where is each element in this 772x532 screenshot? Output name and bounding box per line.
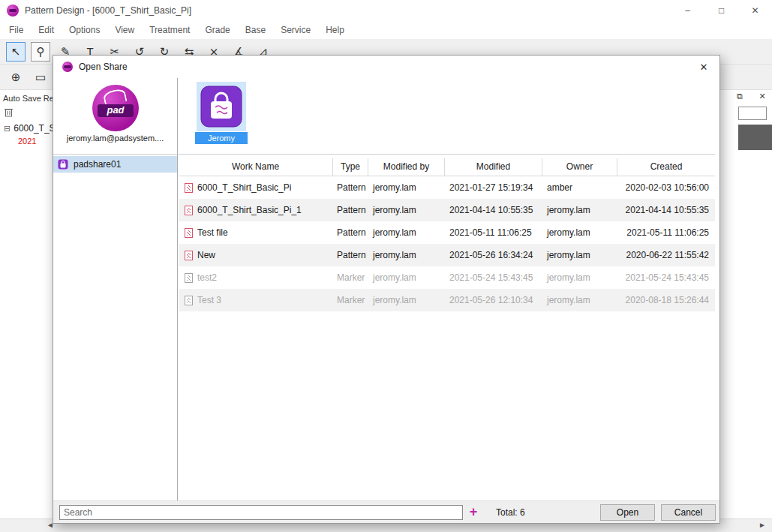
pattern-file-icon bbox=[185, 251, 193, 260]
table-row[interactable]: Test 3Markerjeromy.lam2021-05-26 12:10:3… bbox=[179, 289, 715, 311]
cell-modified: 2021-05-26 12:10:34 bbox=[445, 289, 542, 311]
cell-name: Test file bbox=[179, 221, 333, 244]
tree-root-label: 6000_T_S bbox=[14, 123, 55, 134]
mdi-restore-icon[interactable]: ⧉ bbox=[734, 92, 745, 101]
screen: Pattern Design - [6000_T_Shirt_Basic_Pi]… bbox=[0, 0, 772, 532]
pattern-file-icon bbox=[185, 183, 193, 193]
mdi-close-icon[interactable]: ✕ bbox=[757, 92, 767, 101]
cell-modified: 2021-05-24 15:43:45 bbox=[445, 266, 542, 289]
menu-edit[interactable]: Edit bbox=[31, 21, 62, 39]
total-count: Total: 6 bbox=[496, 507, 525, 518]
menu-view[interactable]: View bbox=[107, 21, 142, 39]
menu-help[interactable]: Help bbox=[318, 21, 352, 39]
share-bag-icon bbox=[200, 86, 242, 128]
cell-type: Pattern bbox=[333, 221, 368, 244]
table-row[interactable]: 6000_T_Shirt_Basic_PiPatternjeromy.lam20… bbox=[179, 176, 715, 199]
add-icon[interactable]: + bbox=[467, 503, 480, 520]
column-header-modified-by[interactable]: Modified by bbox=[368, 158, 445, 176]
cell-owner: jeromy.lam bbox=[542, 199, 617, 221]
scroll-right-icon[interactable]: ► bbox=[758, 521, 766, 529]
dialog-left-pane: pad jeromy.lam@padsystem.... padshare01 bbox=[53, 78, 178, 500]
cell-modified-by: jeromy.lam bbox=[368, 176, 445, 199]
window-titlebar: Pattern Design - [6000_T_Shirt_Basic_Pi]… bbox=[0, 0, 772, 21]
cell-name: New bbox=[179, 244, 333, 266]
cell-type: Pattern bbox=[333, 199, 368, 221]
account-email: jeromy.lam@padsystem.... bbox=[53, 134, 177, 143]
table-row[interactable]: test2Markerjeromy.lam2021-05-24 15:43:45… bbox=[179, 266, 715, 289]
cell-name: 6000_T_Shirt_Basic_Pi bbox=[179, 176, 333, 199]
menu-grade[interactable]: Grade bbox=[197, 21, 237, 39]
column-header-created[interactable]: Created bbox=[617, 158, 715, 176]
menu-file[interactable]: File bbox=[2, 21, 31, 39]
select-tool-glyph: ↖ bbox=[11, 45, 21, 59]
dialog-titlebar[interactable]: Open Share ✕ bbox=[53, 56, 719, 78]
cell-created: 2020-06-22 11:55:42 bbox=[617, 244, 715, 266]
open-button[interactable]: Open bbox=[600, 504, 655, 521]
rectangle-tool-glyph: ▭ bbox=[35, 71, 46, 84]
account-block: pad jeromy.lam@padsystem.... bbox=[53, 78, 177, 155]
table-row[interactable]: Test filePatternjeromy.lam2021-05-11 11:… bbox=[179, 221, 715, 244]
mdi-window-controls: – ⧉ ✕ bbox=[712, 92, 767, 101]
menu-service[interactable]: Service bbox=[273, 21, 318, 39]
dialog-right-pane: Jeromy Work NameTypeModified byModifiedO… bbox=[179, 78, 715, 500]
zoom-tool-icon[interactable]: ⚲ bbox=[31, 42, 50, 62]
column-header-owner[interactable]: Owner bbox=[542, 158, 617, 176]
work-name-text: New bbox=[197, 244, 215, 266]
cell-owner: jeromy.lam bbox=[542, 221, 617, 244]
circle-tool-icon[interactable]: ⊕ bbox=[6, 68, 26, 87]
folder-list: padshare01 bbox=[53, 155, 177, 500]
dialog-title: Open Share bbox=[79, 62, 128, 72]
marker-file-icon bbox=[185, 296, 193, 305]
search-input[interactable] bbox=[59, 505, 463, 520]
cell-type: Pattern bbox=[333, 176, 368, 199]
cell-name: test2 bbox=[179, 266, 333, 289]
tree-item-root[interactable]: ⊟6000_T_S bbox=[4, 123, 56, 134]
dialog-logo-icon bbox=[62, 62, 73, 72]
work-name-text: test2 bbox=[197, 266, 217, 289]
column-header-type[interactable]: Type bbox=[333, 158, 368, 176]
menu-bar: FileEditOptionsViewTreatmentGradeBaseSer… bbox=[0, 21, 772, 39]
share-folder-icon bbox=[58, 159, 68, 170]
cell-type: Pattern bbox=[333, 244, 368, 266]
cell-created: 2021-05-24 15:43:45 bbox=[617, 266, 715, 289]
tree-item-year[interactable]: 2021 bbox=[18, 137, 36, 146]
rectangle-tool-icon[interactable]: ▭ bbox=[31, 68, 50, 87]
menu-base[interactable]: Base bbox=[238, 21, 273, 39]
minimize-icon[interactable]: – bbox=[671, 0, 704, 21]
tree-collapse-icon[interactable]: ⊟ bbox=[4, 124, 11, 133]
share-users-panel: Jeromy bbox=[179, 78, 715, 155]
app-logo-icon bbox=[7, 5, 19, 17]
work-name-text: Test file bbox=[197, 221, 228, 244]
logo-figure-icon bbox=[102, 88, 127, 106]
close-icon[interactable]: ✕ bbox=[738, 0, 772, 21]
menu-options[interactable]: Options bbox=[62, 21, 107, 39]
column-header-work-name[interactable]: Work Name bbox=[179, 158, 333, 176]
window-title: Pattern Design - [6000_T_Shirt_Basic_Pi] bbox=[25, 5, 191, 16]
share-user-jeromy[interactable]: Jeromy bbox=[195, 82, 248, 144]
marker-file-icon bbox=[185, 273, 193, 283]
column-header-modified[interactable]: Modified bbox=[445, 158, 542, 176]
cell-modified-by: jeromy.lam bbox=[368, 244, 445, 266]
maximize-icon[interactable]: □ bbox=[704, 0, 738, 21]
cell-name: Test 3 bbox=[179, 289, 333, 311]
menu-treatment[interactable]: Treatment bbox=[142, 21, 197, 39]
table-header: Work NameTypeModified byModifiedOwnerCre… bbox=[179, 158, 715, 176]
table-row[interactable]: NewPatternjeromy.lam2021-05-26 16:34:24j… bbox=[179, 244, 715, 266]
share-user-selection bbox=[197, 82, 246, 131]
side-input-box[interactable] bbox=[738, 107, 767, 120]
cell-type: Marker bbox=[333, 289, 368, 311]
dialog-close-icon[interactable]: ✕ bbox=[688, 56, 719, 78]
cell-created: 2020-02-03 10:56:00 bbox=[617, 176, 715, 199]
table-body: 6000_T_Shirt_Basic_PiPatternjeromy.lam20… bbox=[179, 176, 715, 500]
preview-swatch bbox=[738, 125, 772, 150]
work-name-text: Test 3 bbox=[197, 289, 221, 311]
folder-item-padshare01[interactable]: padshare01 bbox=[53, 156, 177, 173]
select-tool-icon[interactable]: ↖ bbox=[6, 42, 26, 62]
cancel-button[interactable]: Cancel bbox=[661, 504, 716, 521]
cell-owner: jeromy.lam bbox=[542, 244, 617, 266]
trash-icon[interactable] bbox=[5, 107, 13, 120]
table-row[interactable]: 6000_T_Shirt_Basic_Pi_1Patternjeromy.lam… bbox=[179, 199, 715, 221]
cell-modified: 2021-05-11 11:06:25 bbox=[445, 221, 542, 244]
window-controls: – □ ✕ bbox=[671, 0, 772, 21]
circle-tool-glyph: ⊕ bbox=[11, 71, 21, 84]
